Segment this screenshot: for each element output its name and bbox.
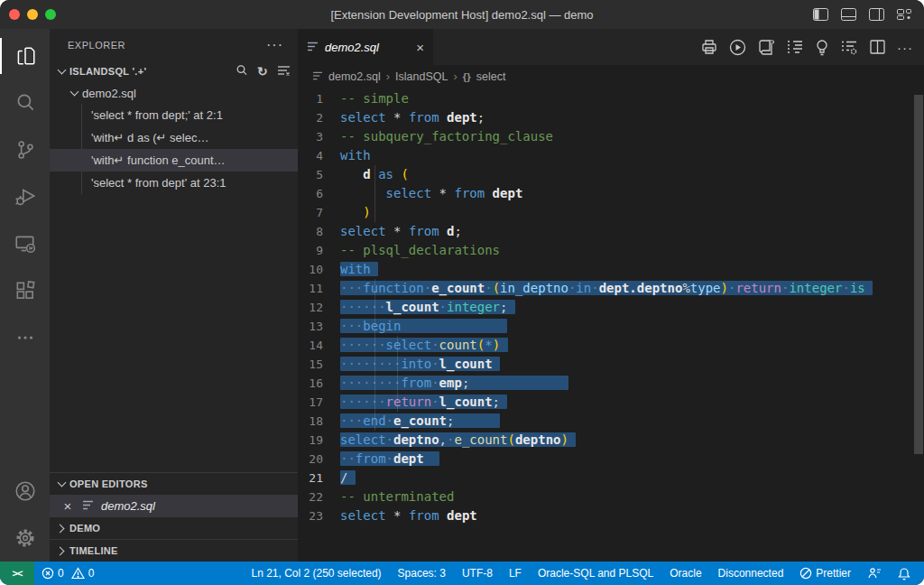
- maximize-window-button[interactable]: [45, 9, 56, 20]
- close-tab-icon[interactable]: ×: [416, 40, 424, 55]
- problems-indicator[interactable]: 0 0: [34, 562, 101, 585]
- run-script-icon[interactable]: [758, 39, 775, 55]
- code-line[interactable]: 4with: [298, 146, 924, 165]
- language-mode[interactable]: Oracle-SQL and PLSQL: [530, 562, 661, 585]
- run-query-icon[interactable]: [729, 39, 746, 56]
- code-line[interactable]: 20··from·dept: [298, 450, 924, 469]
- selection-highlight: ······return·l_count;: [340, 395, 507, 409]
- timeline-section-header[interactable]: TIMELINE: [50, 539, 298, 562]
- tab-label: demo2.sql: [325, 41, 379, 54]
- accounts-icon[interactable]: [0, 468, 50, 515]
- formatter-status[interactable]: Prettier: [791, 562, 859, 585]
- breadcrumb-separator: ›: [386, 70, 390, 83]
- error-count: 0: [58, 567, 64, 580]
- selection-highlight: ······l_count·integer;: [340, 300, 515, 314]
- toggle-secondary-sidebar-icon[interactable]: [869, 8, 884, 21]
- remote-explorer-icon[interactable]: [0, 220, 50, 267]
- code-editor[interactable]: 1-- simple2select * from dept;3-- subque…: [298, 88, 924, 562]
- tree-item[interactable]: 'with↵ function e_count…: [50, 149, 298, 172]
- extensions-icon[interactable]: [0, 267, 50, 314]
- source-control-icon[interactable]: [0, 126, 50, 173]
- code-line[interactable]: 15········into·l_count: [298, 355, 924, 374]
- settings-gear-icon[interactable]: [0, 515, 50, 562]
- print-icon[interactable]: [701, 39, 717, 55]
- code-line[interactable]: 17······return·l_count;: [298, 393, 924, 412]
- search-icon[interactable]: [0, 79, 50, 126]
- toggle-primary-sidebar-icon[interactable]: [813, 8, 828, 21]
- indent-guide: [374, 165, 375, 222]
- code-line[interactable]: 14······select·count(*): [298, 336, 924, 355]
- code-line[interactable]: 19select·deptno,·e_count(deptno): [298, 431, 924, 450]
- code-line[interactable]: 6 select * from dept: [298, 184, 924, 203]
- breadcrumb-node[interactable]: IslandSQL: [395, 70, 448, 83]
- tree-file-demo2sql[interactable]: demo2.sql: [50, 82, 298, 104]
- islandsql-tree: demo2.sql 'select * from dept;' at 2:1'w…: [50, 82, 298, 194]
- code-line[interactable]: 10with: [298, 260, 924, 279]
- selection-highlight: ···function·e_count·(in_deptno·in·dept.d…: [340, 281, 873, 295]
- close-window-button[interactable]: [9, 9, 20, 20]
- notifications-bell-icon[interactable]: [890, 562, 919, 585]
- indent-guide: [374, 279, 375, 431]
- split-editor-icon[interactable]: [870, 40, 885, 54]
- line-number: 18: [298, 412, 340, 431]
- toggle-panel-icon[interactable]: [841, 8, 856, 21]
- line-number: 3: [298, 127, 340, 146]
- close-icon[interactable]: ×: [60, 498, 75, 514]
- code-line[interactable]: 23select * from dept: [298, 506, 924, 525]
- code-line[interactable]: 7 ): [298, 203, 924, 222]
- lightbulb-icon[interactable]: [815, 39, 829, 56]
- code-line[interactable]: 1-- simple: [298, 89, 924, 108]
- line-number: 16: [298, 374, 340, 393]
- file-lines-icon: [82, 499, 94, 513]
- code-line[interactable]: 9-- plsql_declarations: [298, 241, 924, 260]
- connection-name[interactable]: Oracle: [661, 562, 709, 585]
- outline-list-icon[interactable]: [787, 40, 803, 54]
- warning-icon: [71, 567, 85, 580]
- eol-setting[interactable]: LF: [501, 562, 530, 585]
- list-settings-icon[interactable]: [841, 40, 858, 55]
- line-number: 15: [298, 355, 340, 374]
- breadcrumb-symbol[interactable]: select: [476, 70, 506, 83]
- demo-section-header[interactable]: DEMO: [50, 516, 298, 539]
- remote-indicator[interactable]: ><: [0, 562, 34, 585]
- islandsql-section-header[interactable]: ISLANDSQL '.+' ↻: [50, 60, 298, 82]
- open-editor-item[interactable]: × demo2.sql: [50, 495, 298, 516]
- symbol-braces-icon: {}: [463, 71, 471, 82]
- refresh-icon[interactable]: ↻: [257, 64, 268, 79]
- collapse-all-icon[interactable]: [277, 65, 291, 79]
- encoding-setting[interactable]: UTF-8: [454, 562, 501, 585]
- tree-item[interactable]: 'select * from dept;' at 2:1: [50, 104, 298, 126]
- line-number: 22: [298, 488, 340, 506]
- code-line[interactable]: 22-- unterminated: [298, 488, 924, 506]
- more-views-icon[interactable]: [0, 314, 50, 361]
- vertical-scrollbar[interactable]: [914, 95, 923, 454]
- code-line[interactable]: 13···begin: [298, 317, 924, 336]
- explorer-icon[interactable]: [0, 32, 50, 79]
- explorer-more-actions-icon[interactable]: ···: [266, 37, 283, 53]
- activity-bar: [0, 29, 50, 562]
- code-line[interactable]: 21/: [298, 469, 924, 488]
- minimize-window-button[interactable]: [27, 9, 38, 20]
- code-line[interactable]: 18···end·e_count;: [298, 412, 924, 431]
- code-line[interactable]: 8select * from d;: [298, 222, 924, 241]
- code-line[interactable]: 3-- subquery_factoring_clause: [298, 127, 924, 146]
- code-line[interactable]: 12······l_count·integer;: [298, 298, 924, 317]
- customize-layout-icon[interactable]: [897, 8, 911, 21]
- connection-status[interactable]: Disconnected: [710, 562, 792, 585]
- more-actions-icon[interactable]: ···: [897, 40, 913, 55]
- code-line[interactable]: 11···function·e_count·(in_deptno·in·dept…: [298, 279, 924, 298]
- code-line[interactable]: 16········from·emp;: [298, 374, 924, 393]
- open-editors-header[interactable]: OPEN EDITORS: [50, 472, 298, 495]
- code-line[interactable]: 2select * from dept;: [298, 108, 924, 127]
- line-number: 12: [298, 298, 340, 317]
- run-and-debug-icon[interactable]: [0, 173, 50, 220]
- tree-item[interactable]: 'with↵ d as (↵ selec…: [50, 126, 298, 149]
- tab-demo2sql[interactable]: demo2.sql ×: [298, 29, 433, 65]
- cursor-position[interactable]: Ln 21, Col 2 (250 selected): [243, 562, 389, 585]
- breadcrumb-file[interactable]: demo2.sql: [328, 70, 381, 83]
- feedback-icon[interactable]: [859, 562, 890, 585]
- indentation-setting[interactable]: Spaces: 3: [390, 562, 454, 585]
- tree-search-icon[interactable]: [236, 64, 248, 79]
- code-line[interactable]: 5 d as (: [298, 165, 924, 184]
- tree-item[interactable]: 'select * from dept' at 23:1: [50, 172, 298, 194]
